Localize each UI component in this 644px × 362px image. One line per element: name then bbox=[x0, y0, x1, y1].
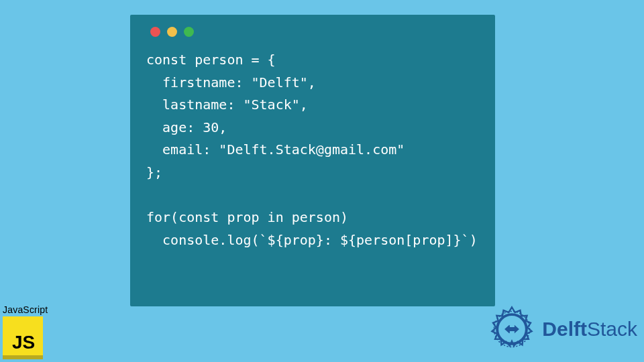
maximize-icon bbox=[184, 27, 194, 37]
code-line: const person = { bbox=[146, 52, 276, 68]
code-line: console.log(`${prop}: ${person[prop]}`) bbox=[146, 232, 478, 248]
code-line: }; bbox=[146, 164, 162, 180]
close-icon bbox=[150, 27, 160, 37]
code-line: for(const prop in person) bbox=[146, 209, 348, 225]
svg-text:JS: JS bbox=[12, 332, 35, 353]
brand-part2: Stack bbox=[587, 318, 637, 340]
code-line: email: "Delft.Stack@gmail.com" bbox=[146, 141, 405, 158]
minimize-icon bbox=[167, 27, 177, 37]
svg-marker-3 bbox=[504, 325, 519, 333]
brand-part1: Delft bbox=[542, 318, 587, 340]
javascript-logo-icon: JS bbox=[3, 316, 43, 355]
window-controls bbox=[150, 27, 479, 37]
code-line: firstname: "Delft", bbox=[146, 74, 316, 90]
delftstack-brand: DelftStack bbox=[486, 303, 637, 355]
code-line: lastname: "Stack", bbox=[146, 97, 308, 113]
delftstack-logo-icon bbox=[486, 303, 538, 355]
javascript-badge: JavaScript JS bbox=[3, 304, 60, 355]
delftstack-text: DelftStack bbox=[542, 318, 637, 341]
code-line: age: 30, bbox=[146, 119, 227, 135]
javascript-label: JavaScript bbox=[3, 304, 60, 315]
code-window: const person = { firstname: "Delft", las… bbox=[130, 15, 495, 306]
code-block: const person = { firstname: "Delft", las… bbox=[146, 49, 479, 251]
